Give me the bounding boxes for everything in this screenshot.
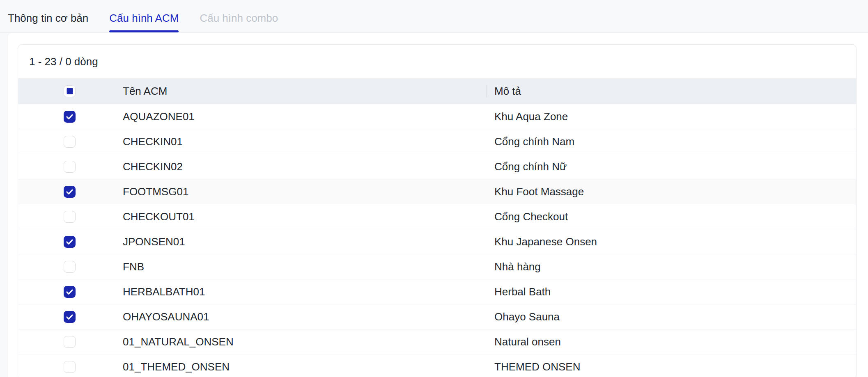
tab-thong-tin-co-ban[interactable]: Thông tin cơ bản	[8, 0, 88, 32]
acm-name: CHECKIN01	[123, 135, 487, 148]
table-row: FNB Nhà hàng	[18, 254, 856, 279]
row-checkbox[interactable]	[64, 311, 76, 323]
acm-name: FOOTMSG01	[123, 185, 487, 198]
table-row: HERBALBATH01 Herbal Bath	[18, 279, 856, 304]
row-select-cell	[18, 211, 123, 223]
table-row: JPONSEN01 Khu Japanese Onsen	[18, 229, 856, 254]
row-checkbox[interactable]	[64, 111, 76, 123]
acm-name: HERBALBATH01	[123, 286, 487, 298]
acm-description: Nhà hàng	[487, 260, 856, 273]
tab-cau-hinh-acm[interactable]: Cấu hình ACM	[109, 0, 179, 32]
row-select-cell	[18, 186, 123, 198]
table-row: CHECKOUT01 Cổng Checkout	[18, 204, 856, 229]
tab-cau-hinh-combo[interactable]: Cấu hình combo	[200, 0, 278, 32]
row-select-cell	[18, 261, 123, 273]
pagination-bar: 1 - 23 / 0 dòng	[18, 45, 856, 78]
row-checkbox[interactable]	[64, 336, 76, 348]
check-icon	[65, 288, 74, 296]
acm-description: Cổng Checkout	[487, 210, 856, 223]
acm-name: JPONSEN01	[123, 235, 487, 248]
acm-description: Khu Aqua Zone	[487, 110, 856, 123]
acm-name: CHECKIN02	[123, 160, 487, 173]
acm-description: Herbal Bath	[487, 286, 856, 298]
table-row: FOOTMSG01 Khu Foot Massage	[18, 179, 856, 204]
acm-name: 01_THEMED_ONSEN	[123, 361, 487, 373]
acm-description: Ohayo Sauna	[487, 311, 856, 323]
check-icon	[65, 238, 74, 246]
row-checkbox[interactable]	[64, 286, 76, 298]
row-checkbox[interactable]	[64, 186, 76, 198]
pagination-text: 1 - 23 / 0 dòng	[29, 55, 98, 68]
table-row: OHAYOSAUNA01 Ohayo Sauna	[18, 304, 856, 329]
row-select-cell	[18, 161, 123, 173]
table-body: AQUAZONE01 Khu Aqua Zone CHECKIN01 Cổng …	[18, 104, 856, 377]
row-select-cell	[18, 336, 123, 348]
table-row: 01_NATURAL_ONSEN Natural onsen	[18, 329, 856, 354]
header-name-cell: Tên ACM	[123, 85, 487, 98]
row-select-cell	[18, 111, 123, 123]
acm-description: THEMED ONSEN	[487, 361, 856, 373]
table-row: 01_THEMED_ONSEN THEMED ONSEN	[18, 354, 856, 377]
check-icon	[65, 313, 74, 321]
acm-table-panel: 1 - 23 / 0 dòng Tên ACM Mô tả AQUAZONE01…	[18, 44, 857, 377]
row-checkbox[interactable]	[64, 211, 76, 223]
table-row: CHECKIN02 Cổng chính Nữ	[18, 154, 856, 179]
row-select-cell	[18, 236, 123, 248]
row-select-cell	[18, 361, 123, 373]
acm-description: Cổng chính Nữ	[487, 160, 856, 173]
table-row: AQUAZONE01 Khu Aqua Zone	[18, 104, 856, 129]
acm-name: AQUAZONE01	[123, 110, 487, 123]
acm-description: Cổng chính Nam	[487, 135, 856, 148]
table-header-row: Tên ACM Mô tả	[18, 78, 856, 104]
row-select-cell	[18, 286, 123, 298]
row-checkbox[interactable]	[64, 161, 76, 173]
row-select-cell	[18, 136, 123, 148]
acm-description: Natural onsen	[487, 336, 856, 348]
row-checkbox[interactable]	[64, 136, 76, 148]
table-row: CHECKIN01 Cổng chính Nam	[18, 129, 856, 154]
acm-description: Khu Foot Massage	[487, 185, 856, 198]
header-description-cell: Mô tả	[487, 85, 856, 98]
acm-name: CHECKOUT01	[123, 210, 487, 223]
row-select-cell	[18, 311, 123, 323]
row-checkbox[interactable]	[64, 361, 76, 373]
header-select-cell	[18, 85, 123, 97]
acm-name: FNB	[123, 260, 487, 273]
content-card: 1 - 23 / 0 dòng Tên ACM Mô tả AQUAZONE01…	[8, 33, 868, 377]
row-checkbox[interactable]	[64, 261, 76, 273]
check-icon	[65, 112, 74, 121]
acm-name: OHAYOSAUNA01	[123, 311, 487, 323]
row-checkbox[interactable]	[64, 236, 76, 248]
acm-name: 01_NATURAL_ONSEN	[123, 336, 487, 348]
tab-bar: Thông tin cơ bản Cấu hình ACM Cấu hình c…	[0, 0, 868, 33]
acm-description: Khu Japanese Onsen	[487, 235, 856, 248]
check-icon	[65, 187, 74, 196]
select-all-checkbox[interactable]	[64, 85, 76, 97]
